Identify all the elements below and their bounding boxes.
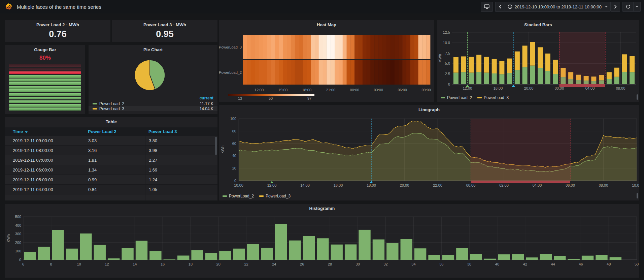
heatmap-cell[interactable] <box>251 35 255 59</box>
histogram-bar[interactable] <box>24 252 36 260</box>
bar-powerload2[interactable] <box>515 70 520 84</box>
heatmap-cell[interactable] <box>418 60 422 85</box>
bar-powerload2[interactable] <box>476 72 481 84</box>
legend-item-PowerLoad_2[interactable]: PowerLoad_2 <box>223 194 254 198</box>
histogram-bar[interactable] <box>247 244 259 260</box>
heatmap-cell[interactable] <box>418 35 422 59</box>
histogram-bar[interactable] <box>554 256 566 260</box>
heatmap-cell[interactable] <box>422 35 426 59</box>
bar-powerload2[interactable] <box>530 66 535 84</box>
heatmap-cell[interactable] <box>323 35 327 59</box>
legend-item-PowerLoad_3[interactable]: PowerLoad_3 <box>477 95 509 100</box>
bar-powerload3[interactable] <box>630 56 635 72</box>
histogram-bar[interactable] <box>233 249 245 260</box>
heatmap-cell[interactable] <box>395 35 399 59</box>
histogram-bar[interactable] <box>331 245 343 260</box>
heatmap-cell[interactable] <box>287 35 291 59</box>
heatmap-cell[interactable] <box>354 35 359 59</box>
refresh-button[interactable] <box>622 2 633 12</box>
heatmap-cell[interactable] <box>279 35 283 59</box>
panel-title[interactable]: Table <box>5 119 217 124</box>
histogram-bar[interactable] <box>80 234 92 260</box>
heatmap-cell[interactable] <box>414 60 418 85</box>
table-column-header-power-load-2[interactable]: Power Load 2 <box>85 127 145 136</box>
heatmap-cell[interactable] <box>243 60 247 85</box>
histogram-bar[interactable] <box>66 249 78 260</box>
histogram-bar[interactable] <box>414 248 426 260</box>
stacked-bar-chart[interactable]: 12.510.07.55.02.5012:0016:0020:0000:0004… <box>437 20 639 94</box>
heatmap-cell[interactable] <box>410 35 414 59</box>
bar-powerload2[interactable] <box>607 79 612 84</box>
histogram-bar[interactable] <box>596 255 607 260</box>
panel-title[interactable]: Linegraph <box>219 107 639 112</box>
heatmap-cell[interactable] <box>259 60 263 85</box>
heatmap-cell[interactable] <box>267 60 271 85</box>
heatmap-cell[interactable] <box>315 35 319 59</box>
bar-powerload3[interactable] <box>453 57 459 73</box>
heatmap-cell[interactable] <box>307 60 311 85</box>
heatmap-cell[interactable] <box>363 60 367 85</box>
heatmap-cell[interactable] <box>347 60 351 85</box>
heatmap-cell[interactable] <box>422 60 426 85</box>
bar-powerload3[interactable] <box>622 54 627 72</box>
heatmap-cell[interactable] <box>295 35 299 59</box>
table-column-header-time[interactable]: Time <box>5 129 85 134</box>
heatmap-cell[interactable] <box>398 35 402 59</box>
bar-powerload3[interactable] <box>499 61 504 74</box>
heatmap-cell[interactable] <box>382 35 386 59</box>
annotation-marker-icon[interactable] <box>370 181 373 183</box>
bar-powerload3[interactable] <box>545 54 550 71</box>
heatmap-chart[interactable]: PowerLoad_3PowerLoad_212:0015:0018:0021:… <box>219 20 434 102</box>
bar-powerload3[interactable] <box>476 55 481 72</box>
heatmap-cell[interactable] <box>311 60 315 85</box>
heatmap-cell[interactable] <box>391 60 395 85</box>
bar-powerload2[interactable] <box>461 72 466 84</box>
table-column-header-power-load-3[interactable]: Power Load 3 <box>145 127 217 136</box>
heatmap-cell[interactable] <box>267 35 271 59</box>
heatmap-cell[interactable] <box>291 60 295 85</box>
histogram-bar[interactable] <box>582 256 594 260</box>
bar-powerload3[interactable] <box>530 42 535 65</box>
histogram-bar[interactable] <box>359 230 370 260</box>
histogram-bar[interactable] <box>191 250 203 260</box>
histogram-bar[interactable] <box>526 257 538 260</box>
histogram-bar[interactable] <box>401 239 412 260</box>
annotation-marker-icon[interactable] <box>270 181 274 183</box>
histogram-bar[interactable] <box>428 255 440 260</box>
histogram-bar[interactable] <box>289 241 301 260</box>
bar-powerload3[interactable] <box>607 72 612 79</box>
scrollbar-thumb[interactable] <box>637 193 638 198</box>
bar-powerload3[interactable] <box>522 45 528 67</box>
heatmap-cell[interactable] <box>414 35 418 59</box>
heatmap-cell[interactable] <box>279 60 283 85</box>
heatmap-cell[interactable] <box>283 35 287 59</box>
heatmap-cell[interactable] <box>367 35 371 59</box>
bar-powerload2[interactable] <box>499 74 504 84</box>
legend-item-PowerLoad_2[interactable]: PowerLoad_2 <box>441 95 472 100</box>
heatmap-cell[interactable] <box>350 60 354 85</box>
bar-powerload3[interactable] <box>461 56 466 72</box>
histogram-bar[interactable] <box>512 254 524 260</box>
heatmap-cell[interactable] <box>374 35 378 59</box>
heatmap-cell[interactable] <box>259 35 263 59</box>
panel-title[interactable]: Histogramm <box>5 206 639 211</box>
heatmap-cell[interactable] <box>350 35 354 59</box>
heatmap-cell[interactable] <box>247 60 251 85</box>
histogram-bar[interactable] <box>52 230 64 260</box>
histogram-bar[interactable] <box>177 255 189 260</box>
heatmap-cell[interactable] <box>263 60 267 85</box>
heatmap-cell[interactable] <box>386 35 391 59</box>
line-chart[interactable]: 10080604020010:0012:0014:0016:0018:0020:… <box>219 105 639 191</box>
histogram-bar[interactable] <box>484 259 496 260</box>
bar-powerload2[interactable] <box>484 73 489 84</box>
heatmap-cell[interactable] <box>299 60 303 85</box>
heatmap-cell[interactable] <box>402 35 406 59</box>
histogram-bar[interactable] <box>470 254 482 260</box>
bar-powerload2[interactable] <box>453 73 459 84</box>
grafana-logo-icon[interactable] <box>5 3 13 11</box>
heatmap-cell[interactable] <box>319 60 323 85</box>
heatmap-cell[interactable] <box>271 60 275 85</box>
panel-title[interactable]: Stacked Bars <box>437 22 639 27</box>
histogram-bar[interactable] <box>456 248 468 260</box>
heatmap-cell[interactable] <box>339 35 343 59</box>
